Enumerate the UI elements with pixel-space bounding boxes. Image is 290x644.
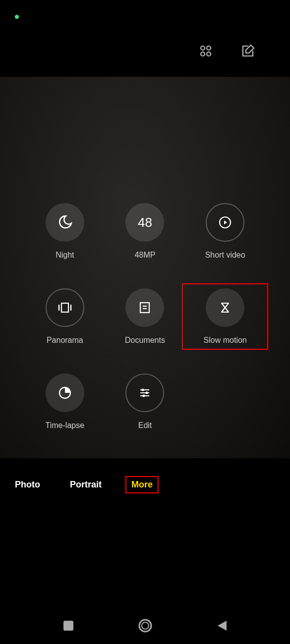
svg-point-15	[142, 389, 144, 391]
mode-edit-circle	[125, 374, 164, 412]
tab-more[interactable]: More	[125, 476, 159, 493]
camera-modes-grid: Night 48 48MP Short video	[0, 203, 290, 430]
mode-documents-label: Documents	[125, 336, 165, 345]
grid-layout-button[interactable]	[198, 44, 213, 58]
mode-time-lapse[interactable]: Time-lapse	[25, 374, 105, 430]
edit-layout-button[interactable]	[240, 44, 255, 58]
recent-apps-button[interactable]	[60, 618, 76, 634]
grid-icon	[199, 45, 212, 57]
play-circle-icon	[218, 215, 232, 230]
back-button[interactable]	[214, 618, 230, 634]
mode-documents-circle	[125, 288, 164, 327]
camera-active-indicator	[15, 15, 19, 19]
svg-point-17	[143, 395, 145, 397]
mode-edit-label: Edit	[138, 421, 152, 430]
svg-point-1	[207, 46, 211, 50]
mode-tabs: Photo Portrait More	[0, 458, 290, 511]
tab-portrait[interactable]: Portrait	[70, 480, 102, 490]
recent-apps-icon	[63, 620, 74, 631]
svg-point-19	[139, 620, 151, 632]
mode-edit[interactable]: Edit	[105, 374, 185, 430]
svg-point-20	[142, 622, 149, 629]
svg-point-3	[207, 52, 211, 56]
sliders-icon	[138, 386, 151, 399]
document-icon	[138, 301, 151, 314]
mode-panorama-label: Panorama	[47, 336, 83, 345]
mode-night-circle	[46, 203, 84, 242]
mode-panorama-circle	[46, 288, 84, 327]
home-button[interactable]	[137, 618, 153, 634]
panorama-icon	[57, 301, 73, 315]
mode-night-label: Night	[56, 251, 74, 260]
mode-night[interactable]: Night	[25, 203, 105, 260]
edit-icon	[241, 44, 255, 58]
mode-slow-motion-circle	[206, 288, 244, 327]
mode-time-lapse-circle	[46, 374, 84, 412]
svg-point-16	[146, 392, 148, 394]
text-48-icon: 48	[138, 215, 152, 230]
svg-rect-8	[140, 303, 149, 313]
tab-photo[interactable]: Photo	[15, 480, 40, 490]
mode-documents[interactable]: Documents	[105, 288, 185, 345]
bottom-section: Photo Portrait More	[0, 458, 290, 511]
svg-rect-5	[61, 303, 68, 312]
mode-slow-motion[interactable]: Slow motion	[182, 283, 268, 350]
svg-rect-18	[63, 621, 73, 631]
viewfinder-area: Night 48 48MP Short video	[0, 77, 290, 458]
svg-point-0	[201, 46, 205, 50]
home-icon	[138, 618, 153, 633]
mode-short-video-circle	[206, 203, 244, 242]
navigation-bar	[0, 607, 290, 644]
hourglass-icon	[219, 301, 232, 314]
mode-time-lapse-label: Time-lapse	[46, 421, 85, 430]
status-bar	[0, 0, 290, 25]
mode-short-video[interactable]: Short video	[185, 203, 265, 260]
mode-short-video-label: Short video	[205, 251, 245, 260]
mode-slow-motion-label: Slow motion	[204, 336, 247, 345]
mode-48mp-circle: 48	[125, 203, 164, 242]
mode-panorama[interactable]: Panorama	[25, 288, 105, 345]
mode-48mp[interactable]: 48 48MP	[105, 203, 185, 260]
back-icon	[217, 620, 228, 632]
top-toolbar	[0, 25, 290, 77]
svg-point-2	[201, 52, 205, 56]
moon-icon	[58, 215, 72, 230]
clock-pie-icon	[58, 386, 72, 400]
mode-48mp-label: 48MP	[135, 251, 156, 260]
